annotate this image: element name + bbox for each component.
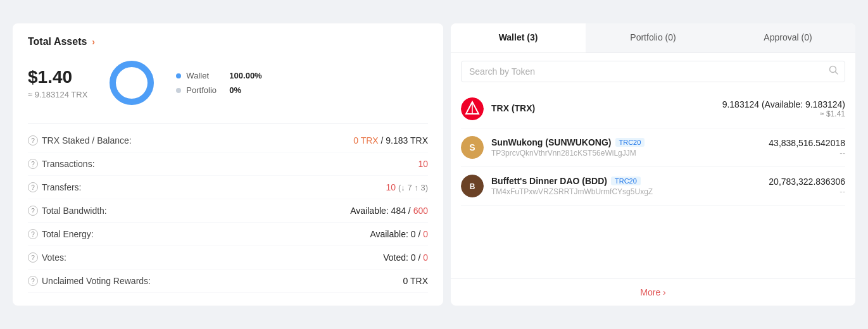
votes-voted: 0 [411, 252, 416, 263]
bdd-name-row: Buffett's Dinner DAO (BDD) TRC20 [491, 176, 761, 186]
bdd-amount: 20,783,322.836306 [769, 177, 845, 187]
stat-unclaimed-value: 0 TRX [403, 276, 428, 286]
token-item-sunwukong[interactable]: S SunWukong (SUNWUKONG) TRC20 TP3prcvQkn… [461, 128, 845, 167]
trx-value: 9.183124 (Available: 9.183124) ≈ $1.41 [722, 99, 845, 118]
token-item-bdd[interactable]: B Buffett's Dinner DAO (BDD) TRC20 TM4xF… [461, 167, 845, 206]
legend-wallet-value: 100.00% [229, 71, 261, 80]
tab-wallet[interactable]: Wallet (3) [451, 23, 586, 53]
sunwukong-badge: TRC20 [615, 138, 645, 147]
right-panel: Wallet (3) Portfolio (0) Approval (0) [451, 23, 855, 306]
bandwidth-prefix: Available: [350, 206, 391, 216]
trx-icon [461, 97, 484, 120]
stat-energy-value: Available: 0 / 0 [370, 229, 428, 239]
votes-total: 0 [423, 252, 428, 263]
more-link[interactable]: More › [640, 287, 665, 297]
assets-value-block: $1.40 ≈ 9.183124 TRX [28, 67, 87, 99]
stat-transfers: ? Transfers: 10 (↓ 7 ↑ 3) [28, 176, 428, 199]
bdd-address: TM4xFuTPxwVRZSRRTJmWbUrmfCYsg5UxgZ [491, 187, 761, 196]
sunwukong-address: TP3prcvQknVthrVnn281cKST56eWiLgJJM [491, 149, 761, 158]
tab-portfolio[interactable]: Portfolio (0) [586, 23, 720, 53]
stat-trx-staked-text: TRX Staked / Balance: [42, 135, 132, 146]
stat-votes-label: ? Votes: [28, 252, 66, 263]
trx-amount: 9.183124 (Available: 9.183124) [722, 99, 845, 109]
donut-chart [106, 58, 157, 108]
trx-usd: ≈ $1.41 [722, 109, 845, 118]
stat-bandwidth-help[interactable]: ? [28, 206, 38, 216]
token-item-trx[interactable]: TRX (TRX) 9.183124 (Available: 9.183124)… [461, 90, 845, 128]
trx-name: TRX (TRX) [491, 103, 535, 113]
legend-portfolio-value: 0% [229, 85, 241, 95]
legend-wallet-dot [176, 73, 181, 78]
stat-energy-help[interactable]: ? [28, 229, 38, 239]
transfers-count: 10 [386, 182, 396, 192]
sunwukong-usd: -- [769, 148, 845, 158]
bandwidth-available: 484 [391, 206, 406, 216]
stat-bandwidth-value: Available: 484 / 600 [350, 206, 428, 216]
stat-trx-staked-help[interactable]: ? [28, 135, 38, 146]
sunwukong-name-row: SunWukong (SUNWUKONG) TRC20 [491, 137, 761, 147]
token-list: TRX (TRX) 9.183124 (Available: 9.183124)… [451, 90, 855, 278]
legend: Wallet 100.00% Portfolio 0% [176, 71, 261, 95]
stat-transfers-text: Transfers: [42, 182, 82, 192]
stat-votes-text: Votes: [42, 252, 66, 263]
svg-line-3 [836, 72, 838, 75]
stat-trx-staked: ? TRX Staked / Balance: 0 TRX / 9.183 TR… [28, 129, 428, 152]
stat-votes-value: Voted: 0 / 0 [383, 252, 428, 263]
assets-summary: $1.40 ≈ 9.183124 TRX Wallet 100.00% [28, 58, 428, 108]
stat-transfers-help[interactable]: ? [28, 182, 38, 192]
search-box [461, 61, 845, 82]
sunwukong-amount: 43,838,516.542018 [769, 138, 845, 148]
bdd-name: Buffett's Dinner DAO (BDD) [491, 176, 607, 186]
staked-amount: 0 TRX [353, 135, 378, 146]
total-assets-header: Total Assets › [28, 36, 428, 47]
search-input[interactable] [461, 61, 845, 82]
stat-unclaimed-label: ? Unclaimed Voting Rewards: [28, 276, 151, 286]
stat-transfers-label: ? Transfers: [28, 182, 82, 192]
stats-section: ? TRX Staked / Balance: 0 TRX / 9.183 TR… [28, 123, 428, 293]
stat-trx-staked-label: ? TRX Staked / Balance: [28, 135, 132, 146]
stat-trx-staked-value: 0 TRX / 9.183 TRX [353, 135, 428, 146]
energy-total: 0 [423, 229, 428, 239]
bdd-icon: B [461, 175, 484, 197]
stat-votes: ? Votes: Voted: 0 / 0 [28, 246, 428, 270]
votes-prefix: Voted: [383, 252, 411, 263]
balance-amount: 9.183 TRX [386, 135, 428, 146]
tab-approval[interactable]: Approval (0) [720, 23, 855, 53]
transfers-detail: (↓ 7 ↑ 3) [398, 183, 428, 192]
svg-point-1 [113, 64, 151, 102]
legend-portfolio-dot [176, 88, 181, 93]
stat-bandwidth-label: ? Total Bandwidth: [28, 206, 107, 216]
trx-name-row: TRX (TRX) [491, 103, 715, 113]
assets-trx: ≈ 9.183124 TRX [28, 90, 87, 99]
stat-votes-help[interactable]: ? [28, 252, 38, 263]
total-assets-arrow[interactable]: › [92, 37, 95, 47]
sunwukong-info: SunWukong (SUNWUKONG) TRC20 TP3prcvQknVt… [491, 137, 761, 158]
transactions-count: 10 [418, 159, 428, 169]
stat-transactions-label: ? Transactions: [28, 159, 95, 169]
total-assets-title: Total Assets [28, 36, 87, 47]
stat-unclaimed-help[interactable]: ? [28, 276, 38, 286]
stat-energy-text: Total Energy: [42, 229, 94, 239]
bandwidth-total: 600 [413, 206, 428, 216]
legend-portfolio-label: Portfolio [186, 85, 224, 95]
search-icon [829, 65, 839, 78]
svg-text:S: S [469, 142, 475, 152]
unclaimed-amount: 0 TRX [403, 276, 428, 286]
stat-energy: ? Total Energy: Available: 0 / 0 [28, 223, 428, 246]
trx-info: TRX (TRX) [491, 103, 715, 115]
sunwukong-name: SunWukong (SUNWUKONG) [491, 137, 612, 147]
assets-usd: $1.40 [28, 67, 87, 87]
right-panel-footer: More › [451, 278, 855, 306]
stat-transactions-help[interactable]: ? [28, 159, 38, 169]
left-panel: Total Assets › $1.40 ≈ 9.183124 TRX Wall… [13, 23, 443, 306]
sunwukong-icon: S [461, 136, 484, 159]
stat-unclaimed: ? Unclaimed Voting Rewards: 0 TRX [28, 270, 428, 293]
stat-bandwidth: ? Total Bandwidth: Available: 484 / 600 [28, 199, 428, 223]
legend-wallet-label: Wallet [186, 71, 224, 80]
energy-prefix: Available: [370, 229, 410, 239]
stat-energy-label: ? Total Energy: [28, 229, 94, 239]
energy-available: 0 [411, 229, 416, 239]
stat-bandwidth-text: Total Bandwidth: [42, 206, 107, 216]
stat-transactions: ? Transactions: 10 [28, 152, 428, 176]
stat-transfers-value: 10 (↓ 7 ↑ 3) [386, 182, 428, 192]
